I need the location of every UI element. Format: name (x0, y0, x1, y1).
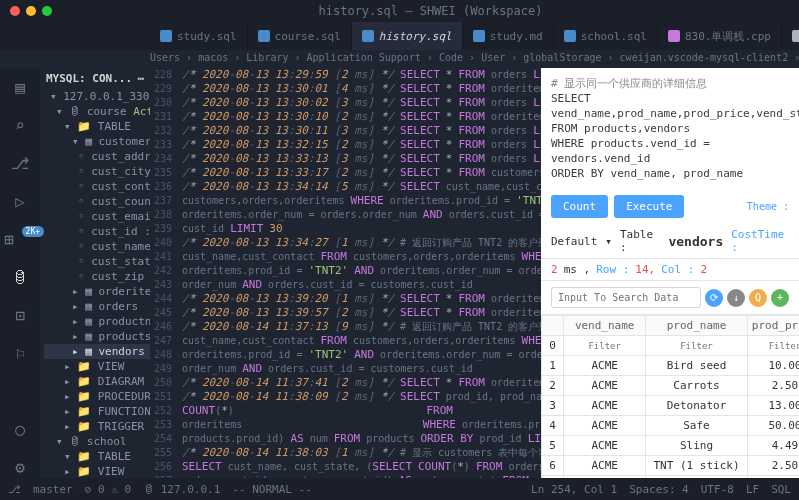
tab[interactable]: school.sql (554, 22, 658, 50)
close-icon[interactable] (10, 6, 20, 16)
tree-node[interactable]: ▸ 📁 PROCEDURE (44, 389, 150, 404)
table-row[interactable]: 2ACMECarrots2.50CA (542, 376, 800, 396)
tree-node[interactable]: ▸ ▦ products (44, 329, 150, 344)
tree-node[interactable]: ◦ cust_address : char… (44, 149, 150, 164)
vim-mode: -- NORMAL -- (232, 483, 311, 496)
explorer-title: MYSQL: CON... (46, 72, 132, 85)
file-icon (668, 30, 680, 42)
file-icon (473, 30, 485, 42)
tree-node[interactable]: ◦ cust_id : int Primar… (44, 224, 150, 239)
gear-icon[interactable]: ⚙ (9, 456, 31, 478)
minimize-icon[interactable] (26, 6, 36, 16)
search-input[interactable] (551, 287, 701, 308)
tree-node[interactable]: ▸ ▦ vendors (44, 344, 150, 359)
status-bar: ⎇master ⊘ 0 ⚠ 0 🛢 127.0.0.1 -- NORMAL --… (0, 478, 799, 500)
result-panel: # 显示同一个供应商的详细信息 SELECT vend_name,prod_na… (541, 68, 799, 478)
editor[interactable]: 228 229 230 231 232 233 234 235 236 237 … (150, 68, 541, 478)
table-row[interactable]: 1ACMEBird seed10.00CA (542, 356, 800, 376)
table-row[interactable]: 7ACMETNT (5 sticks)10.00CA (542, 476, 800, 479)
tree-node[interactable]: ▾ 🛢 school (44, 434, 150, 449)
theme-label[interactable]: Theme : (747, 201, 789, 212)
table-row[interactable]: 4ACMESafe50.00CA (542, 416, 800, 436)
database-icon[interactable]: 🛢 (9, 266, 31, 288)
tree-node[interactable]: ▸ 📁 TRIGGER (44, 419, 150, 434)
tree-node[interactable]: ▸ ▦ orderitems (44, 284, 150, 299)
tree-node[interactable]: ◦ cust_city : char(50) (44, 164, 150, 179)
file-icon (792, 30, 799, 42)
file-icon (362, 30, 374, 42)
tree-node[interactable]: ▸ 📁 DIAGRAM (44, 374, 150, 389)
execute-button[interactable]: Execute (614, 195, 684, 218)
tree-node[interactable]: ▾ 📁 TABLE (44, 119, 150, 134)
tab[interactable]: 830.单调栈.cpp (658, 22, 782, 50)
file-icon (564, 30, 576, 42)
tab[interactable]: history.sql (352, 22, 463, 50)
count-button[interactable]: Count (551, 195, 608, 218)
file-icon (258, 30, 270, 42)
more-icon[interactable]: ⋯ (137, 72, 144, 85)
add-icon[interactable]: + (771, 289, 789, 307)
tree-node[interactable]: ◦ cust_email : char(25… (44, 209, 150, 224)
col-header[interactable]: prod_price (747, 316, 799, 336)
tree-node[interactable]: ◦ cust_state : char(5) (44, 254, 150, 269)
tab[interactable]: Preview study.md (782, 22, 799, 50)
file-icon (160, 30, 172, 42)
tree-node[interactable]: ▾ 🛢 course Active (44, 104, 150, 119)
tree-node[interactable]: ▸ ▦ productnotes (44, 314, 150, 329)
tree-node[interactable]: ◦ cust_zip : char(10) (44, 269, 150, 284)
window-title: history.sql — SHWEI (Workspace) (62, 4, 799, 18)
maximize-icon[interactable] (42, 6, 52, 16)
tree-node[interactable]: ▾ 📁 TABLE (44, 449, 150, 464)
tree-node[interactable]: ▸ ▦ orders (44, 299, 150, 314)
col-header[interactable]: vend_name (564, 316, 646, 336)
bookmark-icon[interactable]: ⚐ (9, 342, 31, 364)
result-table[interactable]: vend_nameprod_nameprod_pricevend_state01… (541, 315, 799, 478)
table-row[interactable]: 3ACMEDetonator13.00CA (542, 396, 800, 416)
filter-input[interactable] (568, 341, 641, 351)
tab[interactable]: course.sql (248, 22, 352, 50)
tree-node[interactable]: ◦ cust_country : char… (44, 194, 150, 209)
scm-icon[interactable]: ⎇ (9, 152, 31, 174)
files-icon[interactable]: ▤ (9, 76, 31, 98)
tree-node[interactable]: ▸ 📁 VIEW (44, 464, 150, 478)
breadcrumb[interactable]: Users › macos › Library › Application Su… (0, 50, 799, 68)
sql-comment: # 显示同一个供应商的详细信息 (551, 76, 789, 91)
col-header[interactable]: prod_name (646, 316, 748, 336)
tree-node[interactable]: ▾ 127.0.0.1_3306_root (44, 89, 150, 104)
schema-select[interactable]: Default (551, 235, 597, 248)
search-icon[interactable]: ⌕ (9, 114, 31, 136)
tab-bar: study.sqlcourse.sqlhistory.sqlstudy.mdsc… (0, 22, 799, 50)
explorer: MYSQL: CON...⋯ ▾ 127.0.0.1_3306_root▾ 🛢 … (40, 68, 150, 478)
tree-node[interactable]: ▸ 📁 VIEW (44, 359, 150, 374)
tree-node[interactable]: ▸ 📁 FUNCTION (44, 404, 150, 419)
titlebar: history.sql — SHWEI (Workspace) (0, 0, 799, 22)
filter-input[interactable] (650, 341, 743, 351)
tab[interactable]: study.sql (150, 22, 248, 50)
activity-bar: ▤ ⌕ ⎇ ▷ ⊞2K+ 🛢 ⊡ ⚐ ◯ ⚙ (0, 68, 40, 478)
tree-node[interactable]: ▾ ▦ customers (44, 134, 150, 149)
account-icon[interactable]: ◯ (9, 418, 31, 440)
extensions-icon[interactable]: ⊞2K+ (9, 228, 31, 250)
table-row[interactable]: 5ACMESling4.49CA (542, 436, 800, 456)
debug-icon[interactable]: ▷ (9, 190, 31, 212)
remote-icon[interactable]: ⊡ (9, 304, 31, 326)
filter-icon[interactable]: Q (749, 289, 767, 307)
tree-node[interactable]: ◦ cust_name : char(5… (44, 239, 150, 254)
filter-input[interactable] (752, 341, 799, 351)
tab[interactable]: study.md (463, 22, 554, 50)
table-name: vendors (668, 234, 723, 249)
export-icon[interactable]: ↓ (727, 289, 745, 307)
tree-node[interactable]: ◦ cust_contact : char… (44, 179, 150, 194)
branch-icon[interactable]: ⎇ (8, 483, 21, 496)
table-row[interactable]: 6ACMETNT (1 stick)2.50CA (542, 456, 800, 476)
refresh-icon[interactable]: ⟳ (705, 289, 723, 307)
